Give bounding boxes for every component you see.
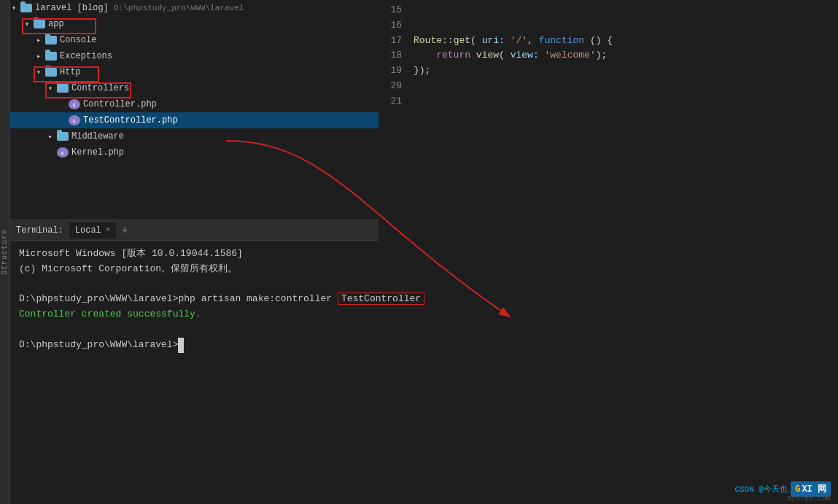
tree-item-console[interactable]: Console: [10, 32, 379, 48]
tree-item-controllers[interactable]: Controllers: [10, 80, 379, 96]
terminal-tab-name: Local: [75, 225, 101, 236]
folder-icon: [45, 52, 57, 61]
tree-item-http[interactable]: Http: [10, 64, 379, 80]
highlight-testcontroller: TestController: [338, 292, 424, 305]
folder-icon: [34, 20, 45, 28]
php-icon: c: [69, 115, 80, 125]
php-icon: c: [57, 147, 69, 158]
terminal-line-cmd: D:\phpstudy_pro\WWW\laravel>php artisan …: [19, 292, 370, 307]
terminal-label: Terminal:: [16, 225, 63, 236]
item-label: Exceptions: [60, 51, 112, 61]
line-numbers: 15 16 17 18 19 20 21: [379, 0, 408, 504]
terminal-line-success: Controller created successfully.: [19, 307, 370, 322]
code-panel: 15 16 17 18 19 20 21 Route::get( uri: '/…: [379, 0, 838, 504]
folder-icon: [45, 36, 57, 44]
terminal-line-prompt: D:\phpstudy_pro\WWW\laravel>: [19, 338, 370, 353]
terminal-section: Terminal: Local × + Microsoft Windows [版…: [10, 220, 379, 504]
folder-icon: [57, 84, 69, 93]
item-label: Controllers: [71, 83, 129, 93]
arrow-icon: [25, 20, 34, 28]
item-label: TestController.php: [83, 115, 178, 125]
terminal-line: (c) Microsoft Corporation。保留所有权利。: [19, 262, 370, 277]
terminal-tabs: Terminal: Local × +: [10, 220, 379, 241]
arrow-icon: [48, 132, 57, 141]
terminal-add-button[interactable]: +: [122, 225, 128, 236]
csdn-label: CSDN @今天也: [735, 484, 788, 495]
folder-icon: [20, 4, 32, 12]
code-area: Route::get( uri: '/', function () { retu…: [408, 0, 838, 504]
tree-item-middleware[interactable]: Middleware: [10, 128, 379, 144]
tree-root[interactable]: laravel [blog] D:\phpstudy_pro\WWW\larav…: [10, 0, 379, 16]
item-label: app: [48, 19, 64, 29]
php-icon: c: [69, 99, 80, 109]
arrow-icon: [48, 84, 57, 93]
terminal-line: [19, 277, 370, 292]
terminal-close-icon[interactable]: ×: [106, 226, 110, 234]
arrow-icon: [36, 36, 45, 44]
arrow-icon: [36, 68, 45, 77]
root-label: laravel [blog] D:\phpstudy_pro\WWW\larav…: [35, 3, 244, 13]
tree-item-kernel-php[interactable]: c Kernel.php: [10, 144, 379, 160]
structure-label: Structure: [1, 229, 9, 275]
system-watermark: system.com: [787, 491, 831, 504]
terminal-tab-local[interactable]: Local ×: [69, 222, 116, 239]
arrow-icon: [12, 4, 20, 12]
folder-icon: [45, 68, 57, 77]
structure-tab: Structure: [0, 0, 10, 504]
tree-item-app[interactable]: app: [10, 16, 379, 32]
terminal-line: [19, 322, 370, 338]
item-label: Controller.php: [83, 99, 157, 109]
terminal-body[interactable]: Microsoft Windows [版本 10.0.19044.1586] (…: [10, 241, 379, 359]
item-label: Kernel.php: [71, 147, 124, 158]
item-label: Middleware: [71, 131, 124, 141]
terminal-line: Microsoft Windows [版本 10.0.19044.1586]: [19, 247, 370, 262]
folder-icon: [57, 132, 69, 141]
item-label: Console: [60, 35, 96, 45]
tree-item-exceptions[interactable]: Exceptions: [10, 48, 379, 64]
arrow-icon: [36, 52, 45, 61]
tree-item-controller-php[interactable]: c Controller.php: [10, 96, 379, 112]
item-label: Http: [60, 67, 81, 77]
tree-item-testcontroller-php[interactable]: c TestController.php: [10, 112, 379, 128]
